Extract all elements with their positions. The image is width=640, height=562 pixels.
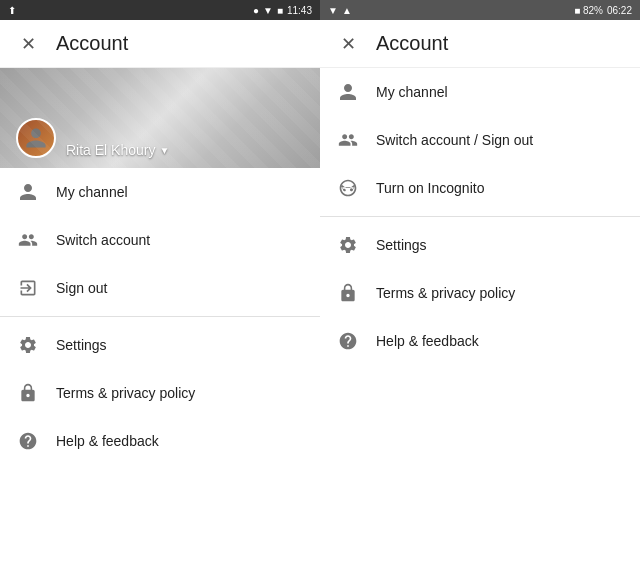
- left-settings-label: Settings: [56, 337, 107, 353]
- right-help-icon: [336, 329, 360, 353]
- left-status-left: ⬆: [8, 5, 16, 16]
- right-wifi-icon: ▲: [342, 5, 352, 16]
- left-wifi-icon: ●: [253, 5, 259, 16]
- left-help-icon: [16, 429, 40, 453]
- left-divider: [0, 316, 320, 317]
- left-terms-item[interactable]: Terms & privacy policy: [0, 369, 320, 417]
- left-sign-out-label: Sign out: [56, 280, 107, 296]
- left-terms-label: Terms & privacy policy: [56, 385, 195, 401]
- right-incognito-label: Turn on Incognito: [376, 180, 484, 196]
- left-switch-account-label: Switch account: [56, 232, 150, 248]
- right-time: 06:22: [607, 5, 632, 16]
- left-time: 11:43: [287, 5, 312, 16]
- left-header: ✕ Account: [0, 20, 320, 68]
- left-my-channel-label: My channel: [56, 184, 128, 200]
- right-help-label: Help & feedback: [376, 333, 479, 349]
- left-settings-icon: [16, 333, 40, 357]
- left-profile-banner[interactable]: Rita El Khoury ▼: [0, 68, 320, 168]
- right-status-left: ▼ ▲: [328, 5, 352, 16]
- left-help-label: Help & feedback: [56, 433, 159, 449]
- left-battery-icon: ■: [277, 5, 283, 16]
- right-terms-icon: [336, 281, 360, 305]
- left-profile-dropdown-icon: ▼: [159, 145, 169, 156]
- right-incognito-icon: [336, 176, 360, 200]
- left-sign-out-icon: [16, 276, 40, 300]
- left-signal-icon: ▼: [263, 5, 273, 16]
- left-my-channel-icon: [16, 180, 40, 204]
- right-settings-item[interactable]: Settings: [320, 221, 640, 269]
- right-my-channel-icon: [336, 80, 360, 104]
- right-my-channel-label: My channel: [376, 84, 448, 100]
- right-battery-icon: ■ 82%: [574, 5, 603, 16]
- left-panel: ⬆ ● ▼ ■ 11:43 ✕ Account Rita El Khoury ▼: [0, 0, 320, 562]
- left-sign-out-item[interactable]: Sign out: [0, 264, 320, 312]
- left-avatar: [16, 118, 56, 158]
- right-switch-sign-out-icon: [336, 128, 360, 152]
- right-panel-title: Account: [376, 32, 448, 55]
- right-help-item[interactable]: Help & feedback: [320, 317, 640, 365]
- right-terms-label: Terms & privacy policy: [376, 285, 515, 301]
- right-settings-label: Settings: [376, 237, 427, 253]
- left-panel-title: Account: [56, 32, 128, 55]
- left-notification-icon: ⬆: [8, 5, 16, 16]
- right-header: ✕ Account: [320, 20, 640, 68]
- left-status-right: ● ▼ ■ 11:43: [253, 5, 312, 16]
- right-close-button[interactable]: ✕: [336, 32, 360, 56]
- left-close-button[interactable]: ✕: [16, 32, 40, 56]
- right-status-bar: ▼ ▲ ■ 82% 06:22: [320, 0, 640, 20]
- left-settings-item[interactable]: Settings: [0, 321, 320, 369]
- right-switch-sign-out-label: Switch account / Sign out: [376, 132, 533, 148]
- right-status-right: ■ 82% 06:22: [574, 5, 632, 16]
- right-settings-icon: [336, 233, 360, 257]
- left-switch-account-item[interactable]: Switch account: [0, 216, 320, 264]
- left-help-item[interactable]: Help & feedback: [0, 417, 320, 465]
- left-status-bar: ⬆ ● ▼ ■ 11:43: [0, 0, 320, 20]
- right-signal-icon: ▼: [328, 5, 338, 16]
- right-switch-sign-out-item[interactable]: Switch account / Sign out: [320, 116, 640, 164]
- left-my-channel-item[interactable]: My channel: [0, 168, 320, 216]
- right-divider: [320, 216, 640, 217]
- right-terms-item[interactable]: Terms & privacy policy: [320, 269, 640, 317]
- left-profile-name[interactable]: Rita El Khoury ▼: [66, 142, 169, 158]
- right-incognito-item[interactable]: Turn on Incognito: [320, 164, 640, 212]
- left-terms-icon: [16, 381, 40, 405]
- right-my-channel-item[interactable]: My channel: [320, 68, 640, 116]
- right-panel: ▼ ▲ ■ 82% 06:22 ✕ Account My channel Swi…: [320, 0, 640, 562]
- left-switch-account-icon: [16, 228, 40, 252]
